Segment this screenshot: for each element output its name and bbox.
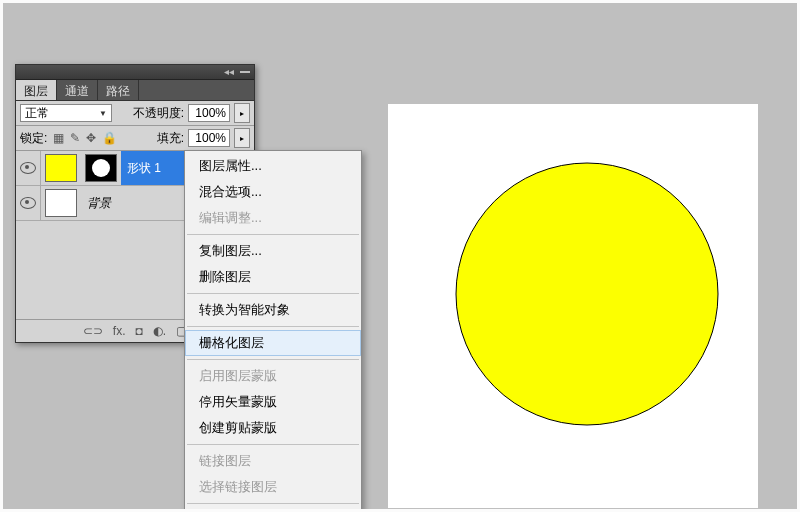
fill-value: 100%	[195, 131, 226, 145]
ctx-item[interactable]: 栅格化图层	[185, 330, 361, 356]
ctx-separator	[187, 234, 359, 235]
tab-layers[interactable]: 图层	[16, 80, 57, 100]
ctx-separator	[187, 444, 359, 445]
adjustment-icon[interactable]: ◐.	[153, 324, 166, 338]
ctx-item: 启用图层蒙版	[185, 363, 361, 389]
opacity-input[interactable]: 100%	[188, 104, 230, 122]
ctx-separator	[187, 326, 359, 327]
link-layers-icon[interactable]: ⊂⊃	[83, 324, 103, 338]
ctx-item[interactable]: 复制图层...	[185, 238, 361, 264]
fx-icon[interactable]: fx.	[113, 324, 126, 338]
eye-icon	[20, 197, 36, 209]
ctx-separator	[187, 359, 359, 360]
lock-fill-row: 锁定: ▦ ✎ ✥ 🔒 填充: 100% ▸	[16, 126, 254, 151]
shape-circle[interactable]	[456, 163, 718, 425]
opacity-label: 不透明度:	[133, 105, 184, 122]
ctx-item[interactable]: 选择相似图层	[185, 507, 361, 512]
lock-paint-icon[interactable]: ✎	[70, 131, 80, 145]
ctx-separator	[187, 503, 359, 504]
blend-mode-value: 正常	[25, 105, 49, 122]
blend-opacity-row: 正常 ▼ 不透明度: 100% ▸	[16, 101, 254, 126]
opacity-dropdown-icon[interactable]: ▸	[234, 103, 250, 123]
layer-thumb-mask[interactable]	[85, 154, 117, 182]
lock-position-icon[interactable]: ✥	[86, 131, 96, 145]
fill-input[interactable]: 100%	[188, 129, 230, 147]
layer-thumb[interactable]	[45, 189, 77, 217]
ctx-item[interactable]: 转换为智能对象	[185, 297, 361, 323]
eye-icon	[20, 162, 36, 174]
ctx-item[interactable]: 混合选项...	[185, 179, 361, 205]
fill-dropdown-icon[interactable]: ▸	[234, 128, 250, 148]
ctx-item[interactable]: 停用矢量蒙版	[185, 389, 361, 415]
visibility-toggle[interactable]	[16, 151, 41, 185]
ctx-item[interactable]: 创建剪贴蒙版	[185, 415, 361, 441]
panel-menu-lines-icon[interactable]	[240, 71, 250, 73]
ctx-item: 选择链接图层	[185, 474, 361, 500]
panel-menu-icon[interactable]: ◂◂	[224, 67, 234, 77]
document-canvas[interactable]	[388, 104, 758, 508]
opacity-value: 100%	[195, 106, 226, 120]
panel-tabs: 图层 通道 路径	[16, 80, 254, 101]
tab-paths[interactable]: 路径	[98, 80, 139, 100]
fill-label: 填充:	[157, 130, 184, 147]
chevron-down-icon: ▼	[99, 109, 107, 118]
ctx-item: 链接图层	[185, 448, 361, 474]
ctx-item[interactable]: 删除图层	[185, 264, 361, 290]
layer-context-menu: 图层属性...混合选项...编辑调整...复制图层...删除图层转换为智能对象栅…	[184, 150, 362, 512]
lock-label: 锁定:	[20, 130, 47, 147]
lock-buttons: ▦ ✎ ✥ 🔒	[53, 131, 117, 145]
visibility-toggle[interactable]	[16, 186, 41, 220]
lock-transparent-icon[interactable]: ▦	[53, 131, 64, 145]
ctx-item[interactable]: 图层属性...	[185, 153, 361, 179]
tab-channels[interactable]: 通道	[57, 80, 98, 100]
lock-all-icon[interactable]: 🔒	[102, 131, 117, 145]
layer-thumb-fill[interactable]	[45, 154, 77, 182]
mask-icon[interactable]: ◘	[136, 324, 143, 338]
panel-header[interactable]: ◂◂	[16, 65, 254, 80]
ctx-item: 编辑调整...	[185, 205, 361, 231]
blend-mode-select[interactable]: 正常 ▼	[20, 104, 112, 122]
ctx-separator	[187, 293, 359, 294]
